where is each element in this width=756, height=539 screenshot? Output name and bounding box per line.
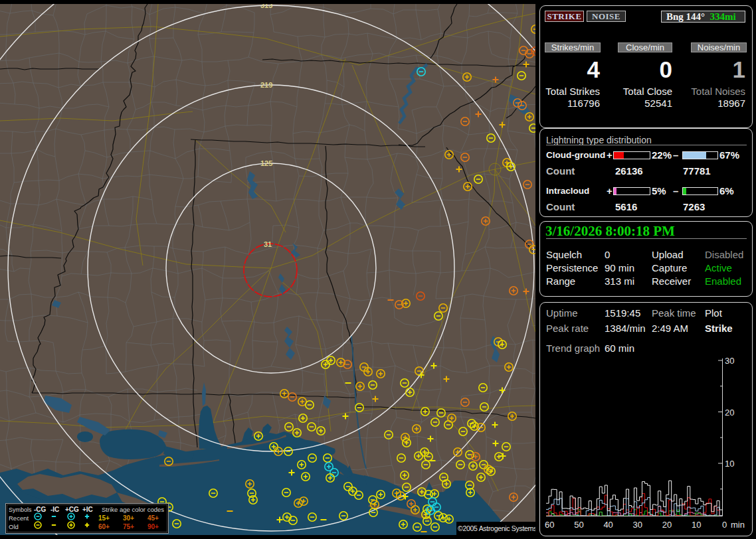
svg-text:+IC: +IC (82, 506, 93, 513)
svg-text:90+: 90+ (147, 523, 159, 530)
svg-text:Strike age color codes: Strike age color codes (102, 506, 164, 513)
svg-text:©2005 Astrogenic Systems: ©2005 Astrogenic Systems (458, 524, 537, 532)
svg-text:-IC: -IC (50, 506, 59, 513)
svg-text:219: 219 (260, 81, 272, 89)
svg-text:15+: 15+ (98, 514, 110, 522)
svg-text:31: 31 (264, 240, 272, 248)
svg-text:125: 125 (260, 159, 272, 167)
svg-text:30+: 30+ (123, 514, 134, 522)
svg-text:Recent: Recent (9, 514, 29, 522)
svg-text:313: 313 (260, 1, 272, 9)
svg-text:Old: Old (9, 523, 19, 530)
svg-text:75+: 75+ (123, 523, 134, 530)
svg-text:+CG: +CG (65, 506, 79, 513)
svg-text:-CG: -CG (34, 506, 47, 513)
svg-text:Symbols: Symbols (9, 506, 32, 513)
svg-text:60+: 60+ (98, 523, 110, 530)
svg-text:45+: 45+ (147, 514, 159, 522)
